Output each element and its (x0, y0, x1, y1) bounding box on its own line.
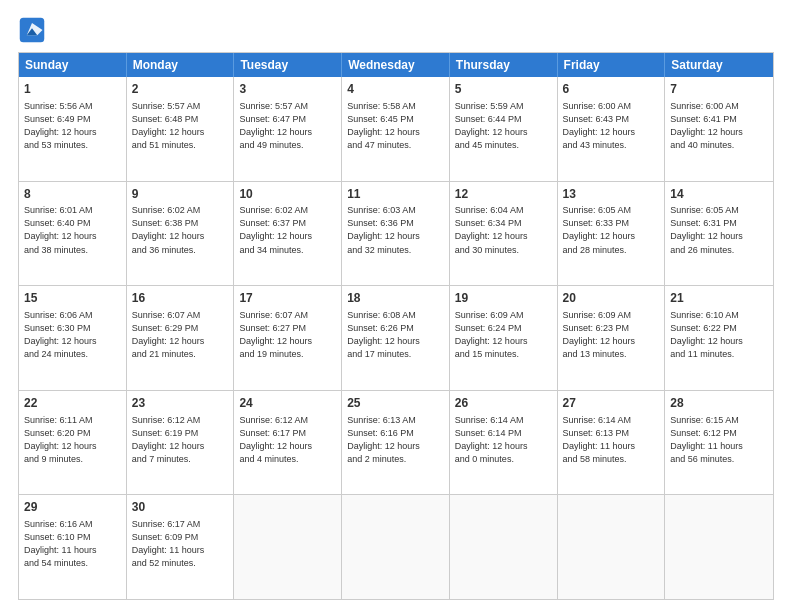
day-number: 18 (347, 290, 444, 307)
page: SundayMondayTuesdayWednesdayThursdayFrid… (0, 0, 792, 612)
day-cell-29: 29Sunrise: 6:16 AMSunset: 6:10 PMDayligh… (19, 495, 127, 599)
day-number: 14 (670, 186, 768, 203)
day-number: 23 (132, 395, 229, 412)
day-cell-28: 28Sunrise: 6:15 AMSunset: 6:12 PMDayligh… (665, 391, 773, 495)
day-details: Sunrise: 6:11 AMSunset: 6:20 PMDaylight:… (24, 414, 121, 466)
day-number: 1 (24, 81, 121, 98)
empty-cell-4-2 (234, 495, 342, 599)
day-details: Sunrise: 6:07 AMSunset: 6:29 PMDaylight:… (132, 309, 229, 361)
day-details: Sunrise: 6:16 AMSunset: 6:10 PMDaylight:… (24, 518, 121, 570)
day-cell-4: 4Sunrise: 5:58 AMSunset: 6:45 PMDaylight… (342, 77, 450, 181)
day-details: Sunrise: 5:57 AMSunset: 6:48 PMDaylight:… (132, 100, 229, 152)
day-cell-12: 12Sunrise: 6:04 AMSunset: 6:34 PMDayligh… (450, 182, 558, 286)
day-cell-23: 23Sunrise: 6:12 AMSunset: 6:19 PMDayligh… (127, 391, 235, 495)
day-number: 30 (132, 499, 229, 516)
logo (18, 16, 50, 44)
day-number: 22 (24, 395, 121, 412)
day-details: Sunrise: 6:03 AMSunset: 6:36 PMDaylight:… (347, 204, 444, 256)
day-details: Sunrise: 6:10 AMSunset: 6:22 PMDaylight:… (670, 309, 768, 361)
day-cell-16: 16Sunrise: 6:07 AMSunset: 6:29 PMDayligh… (127, 286, 235, 390)
day-cell-18: 18Sunrise: 6:08 AMSunset: 6:26 PMDayligh… (342, 286, 450, 390)
calendar-row-0: 1Sunrise: 5:56 AMSunset: 6:49 PMDaylight… (19, 77, 773, 181)
day-cell-21: 21Sunrise: 6:10 AMSunset: 6:22 PMDayligh… (665, 286, 773, 390)
day-number: 2 (132, 81, 229, 98)
empty-cell-4-5 (558, 495, 666, 599)
empty-cell-4-6 (665, 495, 773, 599)
day-number: 13 (563, 186, 660, 203)
day-details: Sunrise: 6:15 AMSunset: 6:12 PMDaylight:… (670, 414, 768, 466)
calendar-row-3: 22Sunrise: 6:11 AMSunset: 6:20 PMDayligh… (19, 390, 773, 495)
day-number: 5 (455, 81, 552, 98)
day-cell-25: 25Sunrise: 6:13 AMSunset: 6:16 PMDayligh… (342, 391, 450, 495)
day-cell-6: 6Sunrise: 6:00 AMSunset: 6:43 PMDaylight… (558, 77, 666, 181)
day-details: Sunrise: 6:12 AMSunset: 6:17 PMDaylight:… (239, 414, 336, 466)
calendar-body: 1Sunrise: 5:56 AMSunset: 6:49 PMDaylight… (19, 77, 773, 599)
day-details: Sunrise: 6:02 AMSunset: 6:38 PMDaylight:… (132, 204, 229, 256)
empty-cell-4-3 (342, 495, 450, 599)
day-number: 7 (670, 81, 768, 98)
weekday-header-sunday: Sunday (19, 53, 127, 77)
day-cell-11: 11Sunrise: 6:03 AMSunset: 6:36 PMDayligh… (342, 182, 450, 286)
calendar: SundayMondayTuesdayWednesdayThursdayFrid… (18, 52, 774, 600)
day-details: Sunrise: 6:00 AMSunset: 6:41 PMDaylight:… (670, 100, 768, 152)
weekday-header-monday: Monday (127, 53, 235, 77)
day-number: 29 (24, 499, 121, 516)
day-cell-24: 24Sunrise: 6:12 AMSunset: 6:17 PMDayligh… (234, 391, 342, 495)
day-details: Sunrise: 5:58 AMSunset: 6:45 PMDaylight:… (347, 100, 444, 152)
day-number: 26 (455, 395, 552, 412)
day-cell-15: 15Sunrise: 6:06 AMSunset: 6:30 PMDayligh… (19, 286, 127, 390)
day-details: Sunrise: 6:09 AMSunset: 6:23 PMDaylight:… (563, 309, 660, 361)
day-details: Sunrise: 5:57 AMSunset: 6:47 PMDaylight:… (239, 100, 336, 152)
day-number: 4 (347, 81, 444, 98)
day-details: Sunrise: 6:08 AMSunset: 6:26 PMDaylight:… (347, 309, 444, 361)
day-details: Sunrise: 5:56 AMSunset: 6:49 PMDaylight:… (24, 100, 121, 152)
day-cell-19: 19Sunrise: 6:09 AMSunset: 6:24 PMDayligh… (450, 286, 558, 390)
day-details: Sunrise: 6:01 AMSunset: 6:40 PMDaylight:… (24, 204, 121, 256)
day-cell-30: 30Sunrise: 6:17 AMSunset: 6:09 PMDayligh… (127, 495, 235, 599)
day-details: Sunrise: 6:05 AMSunset: 6:33 PMDaylight:… (563, 204, 660, 256)
day-cell-13: 13Sunrise: 6:05 AMSunset: 6:33 PMDayligh… (558, 182, 666, 286)
day-cell-7: 7Sunrise: 6:00 AMSunset: 6:41 PMDaylight… (665, 77, 773, 181)
day-number: 16 (132, 290, 229, 307)
day-number: 9 (132, 186, 229, 203)
day-cell-1: 1Sunrise: 5:56 AMSunset: 6:49 PMDaylight… (19, 77, 127, 181)
day-details: Sunrise: 6:06 AMSunset: 6:30 PMDaylight:… (24, 309, 121, 361)
day-number: 25 (347, 395, 444, 412)
day-cell-26: 26Sunrise: 6:14 AMSunset: 6:14 PMDayligh… (450, 391, 558, 495)
day-cell-2: 2Sunrise: 5:57 AMSunset: 6:48 PMDaylight… (127, 77, 235, 181)
day-cell-10: 10Sunrise: 6:02 AMSunset: 6:37 PMDayligh… (234, 182, 342, 286)
day-details: Sunrise: 6:07 AMSunset: 6:27 PMDaylight:… (239, 309, 336, 361)
day-details: Sunrise: 5:59 AMSunset: 6:44 PMDaylight:… (455, 100, 552, 152)
day-number: 15 (24, 290, 121, 307)
day-cell-20: 20Sunrise: 6:09 AMSunset: 6:23 PMDayligh… (558, 286, 666, 390)
day-number: 10 (239, 186, 336, 203)
day-details: Sunrise: 6:00 AMSunset: 6:43 PMDaylight:… (563, 100, 660, 152)
day-details: Sunrise: 6:13 AMSunset: 6:16 PMDaylight:… (347, 414, 444, 466)
calendar-row-2: 15Sunrise: 6:06 AMSunset: 6:30 PMDayligh… (19, 285, 773, 390)
day-details: Sunrise: 6:09 AMSunset: 6:24 PMDaylight:… (455, 309, 552, 361)
day-details: Sunrise: 6:02 AMSunset: 6:37 PMDaylight:… (239, 204, 336, 256)
day-cell-22: 22Sunrise: 6:11 AMSunset: 6:20 PMDayligh… (19, 391, 127, 495)
day-cell-14: 14Sunrise: 6:05 AMSunset: 6:31 PMDayligh… (665, 182, 773, 286)
day-number: 27 (563, 395, 660, 412)
weekday-header-wednesday: Wednesday (342, 53, 450, 77)
day-details: Sunrise: 6:04 AMSunset: 6:34 PMDaylight:… (455, 204, 552, 256)
day-number: 19 (455, 290, 552, 307)
header (18, 16, 774, 44)
calendar-row-1: 8Sunrise: 6:01 AMSunset: 6:40 PMDaylight… (19, 181, 773, 286)
day-number: 3 (239, 81, 336, 98)
empty-cell-4-4 (450, 495, 558, 599)
weekday-header-saturday: Saturday (665, 53, 773, 77)
day-cell-3: 3Sunrise: 5:57 AMSunset: 6:47 PMDaylight… (234, 77, 342, 181)
day-cell-9: 9Sunrise: 6:02 AMSunset: 6:38 PMDaylight… (127, 182, 235, 286)
weekday-header-friday: Friday (558, 53, 666, 77)
calendar-row-4: 29Sunrise: 6:16 AMSunset: 6:10 PMDayligh… (19, 494, 773, 599)
day-number: 8 (24, 186, 121, 203)
day-details: Sunrise: 6:17 AMSunset: 6:09 PMDaylight:… (132, 518, 229, 570)
day-number: 28 (670, 395, 768, 412)
day-number: 21 (670, 290, 768, 307)
day-details: Sunrise: 6:12 AMSunset: 6:19 PMDaylight:… (132, 414, 229, 466)
day-details: Sunrise: 6:14 AMSunset: 6:13 PMDaylight:… (563, 414, 660, 466)
day-cell-27: 27Sunrise: 6:14 AMSunset: 6:13 PMDayligh… (558, 391, 666, 495)
day-number: 24 (239, 395, 336, 412)
